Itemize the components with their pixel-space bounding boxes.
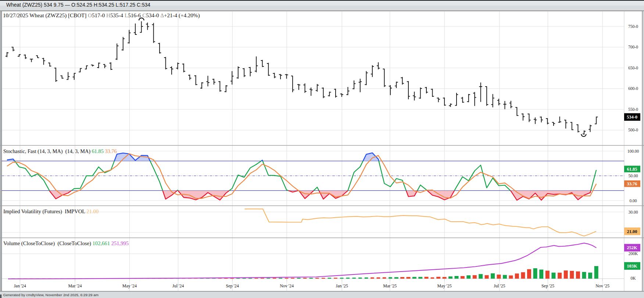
svg-text:650-0: 650-0 [628, 66, 638, 70]
svg-text:252K: 252K [627, 245, 637, 250]
svg-text:Jan '24: Jan '24 [14, 283, 26, 288]
svg-text:Stochastic, Fast (14, 3, MA) (: Stochastic, Fast (14, 3, MA) (14, 3, MA)… [3, 148, 117, 155]
svg-text:21.00: 21.00 [627, 229, 637, 234]
svg-text:Jul '24: Jul '24 [172, 283, 184, 288]
svg-text:50.00: 50.00 [629, 174, 638, 178]
svg-text:May '24: May '24 [122, 283, 137, 288]
svg-text:May '25: May '25 [437, 283, 452, 288]
svg-text:Nov '24: Nov '24 [280, 283, 294, 288]
svg-text:Sep '25: Sep '25 [541, 283, 554, 288]
svg-text:Jul '25: Jul '25 [494, 283, 505, 288]
svg-text:Volume (CloseToClose) (CloseTo: Volume (CloseToClose) (CloseToClose) 102… [3, 240, 129, 247]
svg-text:700-0: 700-0 [628, 45, 638, 49]
svg-text:Wheat (ZWZ25) 534 9.75 — O:524: Wheat (ZWZ25) 534 9.75 — O:524.25 H:534.… [6, 2, 150, 8]
svg-text:30.00: 30.00 [629, 210, 638, 214]
svg-text:Jan '25: Jan '25 [336, 283, 348, 288]
svg-text:Mar '25: Mar '25 [383, 283, 397, 288]
svg-text:500-0: 500-0 [628, 128, 638, 132]
svg-text:103K: 103K [627, 264, 637, 269]
svg-text:33.76: 33.76 [627, 181, 637, 186]
svg-text:Nov '25: Nov '25 [595, 283, 609, 288]
svg-text:200K: 200K [629, 251, 638, 256]
svg-text:550-0: 550-0 [628, 107, 638, 112]
svg-text:750-0: 750-0 [628, 24, 638, 29]
svg-text:10/27/2025 Wheat (ZWZ25) [CBOT: 10/27/2025 Wheat (ZWZ25) [CBOT] O517-0 H… [3, 12, 200, 19]
svg-text:Implied Volatility (Futures) I: Implied Volatility (Futures) IMPVOL 21.0… [3, 208, 99, 215]
svg-text:Generated by cmdtyView, Novemb: Generated by cmdtyView, November 2nd 202… [3, 293, 99, 297]
svg-text:0K: 0K [630, 276, 636, 280]
svg-text:Mar '24: Mar '24 [68, 283, 82, 288]
svg-text:534-0: 534-0 [627, 115, 637, 120]
svg-text:Sep '24: Sep '24 [226, 283, 239, 288]
svg-text:100.00: 100.00 [627, 149, 639, 153]
svg-text:0.00: 0.00 [629, 199, 637, 203]
svg-text:61.85: 61.85 [627, 167, 637, 172]
svg-text:600-0: 600-0 [628, 86, 638, 91]
